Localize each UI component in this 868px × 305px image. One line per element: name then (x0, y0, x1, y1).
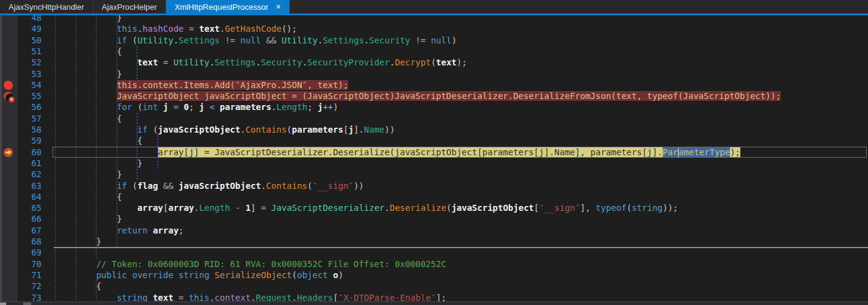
code-line[interactable]: 69 (0, 247, 868, 258)
code-line[interactable]: 57 { (0, 113, 868, 124)
active-tab-underline (0, 13, 868, 15)
code-text: } (55, 236, 101, 247)
tab-label: AjaxProcHelper (102, 2, 157, 12)
line-number: 71 (17, 270, 42, 281)
line-number: 53 (17, 68, 42, 79)
line-number: 57 (17, 113, 42, 124)
line-number: 49 (17, 23, 42, 34)
code-line[interactable]: 54 this.context.Items.Add(″AjaxPro.JSON″… (0, 79, 868, 90)
code-text: { (55, 135, 142, 146)
code-line[interactable]: 66 } (0, 213, 868, 224)
line-number: 56 (17, 101, 42, 112)
code-text: JavaScriptObject javaScriptObject = (Jav… (55, 90, 781, 101)
scrollbar-thumb[interactable] (23, 303, 31, 305)
line-number: 62 (17, 169, 42, 180)
code-line[interactable]: 68 } (0, 236, 868, 247)
code-line[interactable]: 51 { (0, 46, 868, 57)
code-text: { (55, 281, 101, 292)
code-text: text = Utility.Settings.Security.Securit… (55, 57, 467, 68)
code-line[interactable]: 62 } (0, 169, 868, 180)
line-number: 60 (17, 147, 42, 158)
horizontal-scrollbar[interactable] (0, 301, 868, 305)
line-number: 68 (17, 236, 42, 247)
code-text: } (55, 213, 122, 224)
close-icon[interactable]: ✕ (275, 4, 281, 10)
code-line[interactable]: 70 // Token: 0x0600003D RID: 61 RVA: 0x0… (0, 259, 868, 270)
line-number: 64 (17, 191, 42, 202)
tab-label: XmlHttpRequestProcessor (175, 2, 268, 12)
code-line[interactable]: 64 { (0, 191, 868, 202)
line-number: 70 (17, 259, 42, 270)
code-line[interactable]: 55 JavaScriptObject javaScriptObject = (… (0, 90, 868, 101)
current-statement-arrow-icon (4, 148, 13, 157)
line-number: 61 (17, 158, 42, 169)
breakpoint-icon[interactable] (4, 81, 13, 90)
scrollbar-corner (0, 303, 6, 305)
code-text: if (javaScriptObject.Contains(parameters… (55, 124, 395, 135)
line-number: 59 (17, 135, 42, 146)
code-text: array[j] = JavaScriptDeserializer.Deseri… (55, 147, 740, 158)
code-line[interactable]: 56 for (int j = 0; j < parameters.Length… (0, 101, 868, 112)
code-text: if (Utility.Settings != null && Utility.… (55, 35, 457, 46)
code-text: } (55, 158, 142, 169)
code-line[interactable]: 72 { (0, 281, 868, 292)
code-line[interactable]: 49 this.hashCode = text.GetHashCode(); (0, 23, 868, 34)
code-text: // Token: 0x0600003D RID: 61 RVA: 0x0000… (55, 259, 447, 270)
code-line[interactable]: 61 } (0, 158, 868, 169)
tab-bar: AjaxSyncHttpHandler AjaxProcHelper XmlHt… (0, 0, 868, 13)
tab-ajaxprochelper[interactable]: AjaxProcHelper (93, 0, 166, 13)
line-number: 51 (17, 46, 42, 57)
code-text: array[array.Length - 1] = JavaScriptDese… (55, 202, 678, 213)
code-text: for (int j = 0; j < parameters.Length; j… (55, 101, 338, 112)
code-line[interactable]: 71 public override string SerializeObjec… (0, 270, 868, 281)
code-line[interactable]: 53 } (0, 68, 868, 79)
code-line[interactable]: 50 if (Utility.Settings != null && Utili… (0, 35, 868, 46)
line-number: 69 (17, 247, 42, 258)
code-editor[interactable]: 48 }49 this.hashCode = text.GetHashCode(… (0, 0, 868, 305)
code-line[interactable]: 63 if (flag && javaScriptObject.Contains… (0, 180, 868, 191)
code-text: return array; (55, 225, 184, 236)
code-text: if (flag && javaScriptObject.Contains(″_… (55, 180, 364, 191)
code-text: { (55, 191, 122, 202)
code-line[interactable]: 60 array[j] = JavaScriptDeserializer.Des… (0, 147, 868, 158)
line-number: 65 (17, 202, 42, 213)
code-text: public override string SerializeObject(o… (55, 270, 343, 281)
code-text: { (55, 113, 122, 124)
line-number: 72 (17, 281, 42, 292)
code-line[interactable]: 58 if (javaScriptObject.Contains(paramet… (0, 124, 868, 135)
code-editor-window: 48 }49 this.hashCode = text.GetHashCode(… (0, 0, 868, 305)
member-separator-line (54, 247, 868, 248)
tab-label: AjaxSyncHttpHandler (9, 2, 84, 12)
line-number: 67 (17, 225, 42, 236)
tab-xmlhttprequestprocessor[interactable]: XmlHttpRequestProcessor ✕ (166, 0, 290, 13)
code-text: this.context.Items.Add(″AjaxPro.JSON″, t… (55, 79, 348, 90)
line-number: 66 (17, 213, 42, 224)
line-number: 50 (17, 35, 42, 46)
code-line[interactable]: 52 text = Utility.Settings.Security.Secu… (0, 57, 868, 68)
line-number: 52 (17, 57, 42, 68)
breakpoint-disabled-icon[interactable]: ✕ (4, 92, 13, 101)
line-number: 63 (17, 180, 42, 191)
code-line[interactable]: 67 return array; (0, 225, 868, 236)
tab-ajaxsynchttphandler[interactable]: AjaxSyncHttpHandler (0, 0, 93, 13)
line-number: 54 (17, 79, 42, 90)
line-number: 58 (17, 124, 42, 135)
code-text: } (55, 68, 122, 79)
line-number: 55 (17, 90, 42, 101)
code-line[interactable]: 59 { (0, 135, 868, 146)
code-text: { (55, 46, 122, 57)
code-line[interactable]: 65 array[array.Length - 1] = JavaScriptD… (0, 202, 868, 213)
code-text: } (55, 169, 122, 180)
code-text: this.hashCode = text.GetHashCode(); (55, 23, 297, 34)
